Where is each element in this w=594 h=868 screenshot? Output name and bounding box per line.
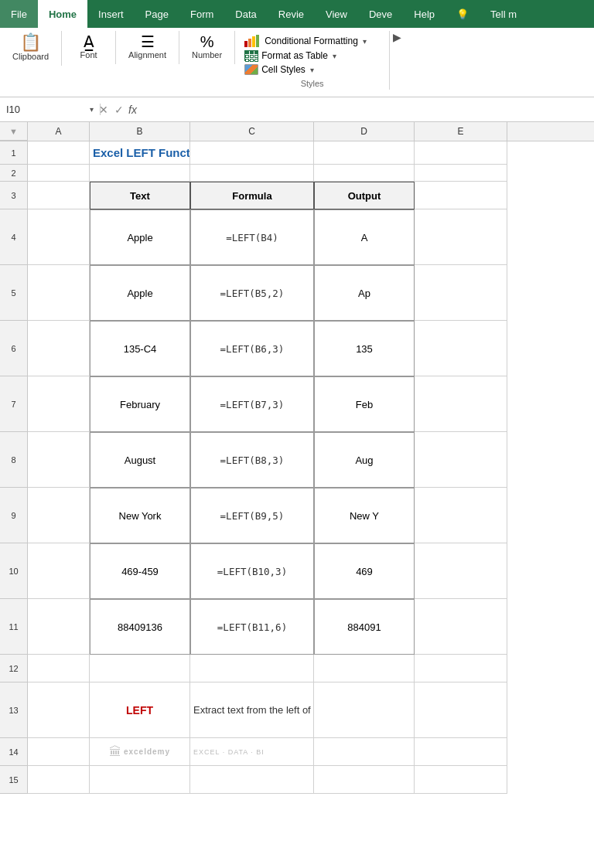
col-header-b[interactable]: B — [90, 122, 190, 141]
cell-c1[interactable] — [190, 141, 314, 165]
cell-a3[interactable] — [28, 182, 90, 209]
cell-b2[interactable] — [90, 165, 190, 182]
cell-a8[interactable] — [28, 432, 90, 488]
cell-e5[interactable] — [415, 265, 507, 321]
cell-a15[interactable] — [28, 766, 90, 794]
cell-d14[interactable] — [314, 738, 415, 766]
cell-c8[interactable]: =LEFT(B8,3) — [190, 432, 314, 488]
row-num-15[interactable]: 15 — [0, 766, 28, 794]
row-num-14[interactable]: 14 — [0, 738, 28, 766]
cell-a6[interactable] — [28, 321, 90, 376]
cell-b12[interactable] — [90, 655, 190, 682]
row-num-3[interactable]: 3 — [0, 182, 28, 209]
cell-d5[interactable]: Ap — [314, 265, 415, 321]
cell-a7[interactable] — [28, 376, 90, 432]
cell-e10[interactable] — [415, 543, 507, 599]
col-header-d[interactable]: D — [314, 122, 415, 141]
row-num-12[interactable]: 12 — [0, 655, 28, 682]
cell-styles-button[interactable]: Cell Styles ▾ — [243, 63, 381, 76]
format-as-table-button[interactable]: Format as Table ▾ — [243, 49, 381, 62]
row-num-6[interactable]: 6 — [0, 321, 28, 376]
cell-b14[interactable]: 🏛 exceldemy — [90, 738, 190, 766]
number-button[interactable]: % Number — [187, 32, 227, 61]
tab-data[interactable]: Data — [224, 0, 267, 28]
cell-d8[interactable]: Aug — [314, 432, 415, 488]
alignment-button[interactable]: ☰ Alignment — [124, 32, 171, 61]
row-num-8[interactable]: 8 — [0, 432, 28, 488]
cell-d13[interactable] — [314, 682, 415, 738]
cell-b6[interactable]: 135-C4 — [90, 321, 190, 376]
row-num-4[interactable]: 4 — [0, 209, 28, 265]
cell-c5[interactable]: =LEFT(B5,2) — [190, 265, 314, 321]
cell-c6[interactable]: =LEFT(B6,3) — [190, 321, 314, 376]
tab-view[interactable]: View — [315, 0, 358, 28]
cell-e14[interactable] — [415, 738, 507, 766]
cell-b15[interactable] — [90, 766, 190, 794]
row-num-1[interactable]: 1 — [0, 141, 28, 165]
tab-review[interactable]: Revie — [268, 0, 315, 28]
cell-c10[interactable]: =LEFT(B10,3) — [190, 543, 314, 599]
cell-d3[interactable]: Output — [314, 182, 415, 209]
cell-c2[interactable] — [190, 165, 314, 182]
tab-tell[interactable]: Tell m — [480, 0, 527, 28]
row-num-5[interactable]: 5 — [0, 265, 28, 321]
name-box-dropdown[interactable]: ▾ — [90, 105, 94, 114]
cell-c4[interactable]: =LEFT(B4) — [190, 209, 314, 265]
tab-page[interactable]: Page — [135, 0, 179, 28]
cell-e13[interactable] — [415, 682, 507, 738]
cell-e6[interactable] — [415, 321, 507, 376]
cell-d9[interactable]: New Y — [314, 488, 415, 543]
cell-b5[interactable]: Apple — [90, 265, 190, 321]
row-num-11[interactable]: 11 — [0, 599, 28, 655]
cancel-formula-icon[interactable]: ✕ — [97, 102, 110, 117]
expand-icon[interactable]: ▶ — [393, 31, 401, 43]
cell-b13[interactable]: LEFT — [90, 682, 190, 738]
cell-c12[interactable] — [190, 655, 314, 682]
cell-c14[interactable]: EXCEL · DATA · BI — [190, 738, 314, 766]
tab-file[interactable]: File — [0, 0, 38, 28]
tab-insert[interactable]: Insert — [87, 0, 135, 28]
cell-e8[interactable] — [415, 432, 507, 488]
cell-d12[interactable] — [314, 655, 415, 682]
conditional-formatting-button[interactable]: Conditional Formatting ▾ — [243, 34, 381, 48]
cell-a4[interactable] — [28, 209, 90, 265]
cell-styles-dropdown[interactable]: ▾ — [310, 66, 314, 74]
cell-c9[interactable]: =LEFT(B9,5) — [190, 488, 314, 543]
font-button[interactable]: A̲ Font — [72, 32, 106, 61]
name-box[interactable]: I10 ▾ — [0, 104, 101, 115]
row-num-2[interactable]: 2 — [0, 165, 28, 182]
tab-dev[interactable]: Deve — [358, 0, 403, 28]
col-header-a[interactable]: A — [28, 122, 90, 141]
cell-b10[interactable]: 469-459 — [90, 543, 190, 599]
cell-b8[interactable]: August — [90, 432, 190, 488]
cell-e7[interactable] — [415, 376, 507, 432]
format-as-table-dropdown[interactable]: ▾ — [333, 52, 336, 60]
cell-b1[interactable]: Excel LEFT Function — [90, 141, 190, 165]
cell-e1[interactable] — [415, 141, 507, 165]
cell-d11[interactable]: 884091 — [314, 599, 415, 655]
row-num-13[interactable]: 13 — [0, 682, 28, 738]
cell-d4[interactable]: A — [314, 209, 415, 265]
col-header-c[interactable]: C — [190, 122, 314, 141]
cell-e15[interactable] — [415, 766, 507, 794]
row-num-10[interactable]: 10 — [0, 543, 28, 599]
cell-b3[interactable]: Text — [90, 182, 190, 209]
cell-d7[interactable]: Feb — [314, 376, 415, 432]
tab-help[interactable]: Help — [403, 0, 446, 28]
cell-e3[interactable] — [415, 182, 507, 209]
cell-c11[interactable]: =LEFT(B11,6) — [190, 599, 314, 655]
cell-a1[interactable] — [28, 141, 90, 165]
cell-e11[interactable] — [415, 599, 507, 655]
cell-d2[interactable] — [314, 165, 415, 182]
tab-home[interactable]: Home — [38, 0, 87, 28]
tab-form[interactable]: Form — [179, 0, 224, 28]
row-num-7[interactable]: 7 — [0, 376, 28, 432]
cell-a14[interactable] — [28, 738, 90, 766]
cell-c3[interactable]: Formula — [190, 182, 314, 209]
cell-b4[interactable]: Apple — [90, 209, 190, 265]
cell-d10[interactable]: 469 — [314, 543, 415, 599]
cell-a2[interactable] — [28, 165, 90, 182]
tab-lightbulb[interactable]: 💡 — [446, 0, 480, 28]
cell-b11[interactable]: 88409136 — [90, 599, 190, 655]
formula-input[interactable] — [143, 104, 594, 115]
